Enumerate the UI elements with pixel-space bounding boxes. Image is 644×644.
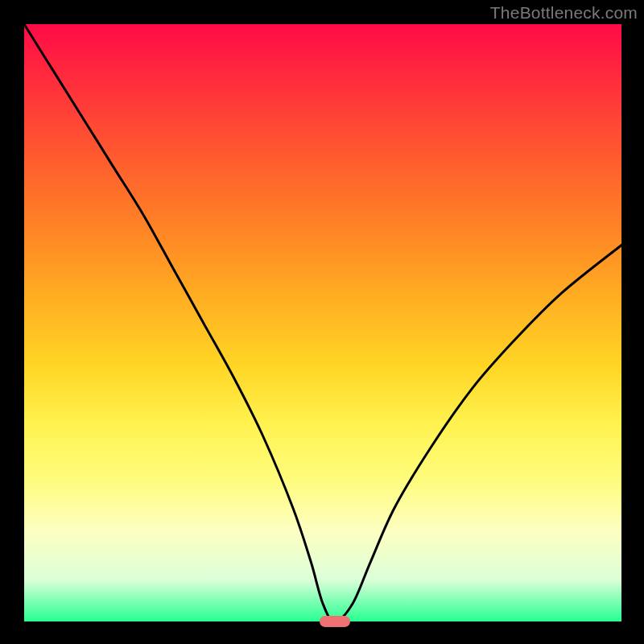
plot-area	[24, 24, 621, 621]
minimum-marker	[320, 616, 350, 627]
chart-frame: TheBottleneck.com	[0, 0, 644, 644]
watermark-text: TheBottleneck.com	[490, 3, 638, 23]
curve-path	[24, 24, 621, 621]
bottleneck-curve	[24, 24, 621, 621]
